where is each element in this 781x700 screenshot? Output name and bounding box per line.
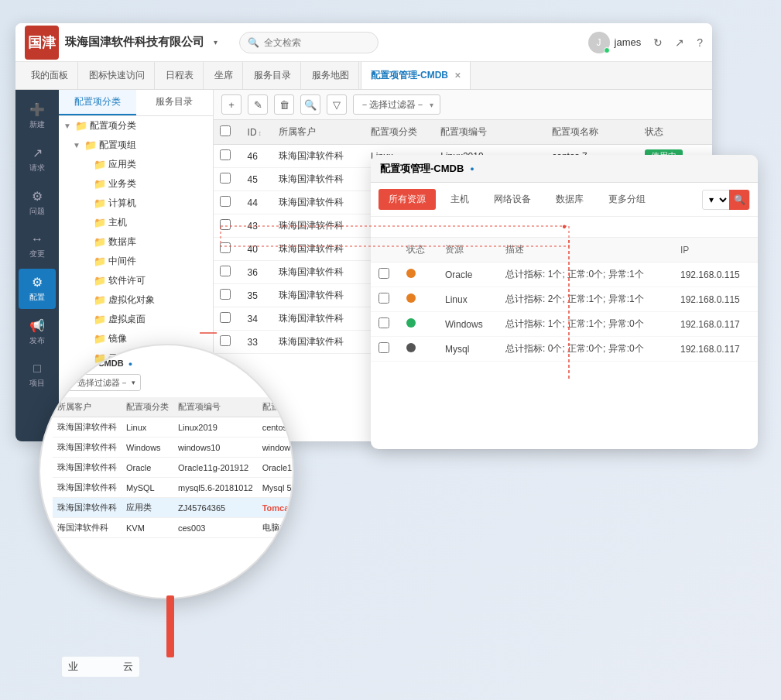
row-checkbox[interactable] xyxy=(220,242,231,253)
folder-icon: 📁 xyxy=(94,236,106,248)
folder-icon: 📁 xyxy=(94,178,106,190)
magnify-toolbar: ▽ －选择过滤器－ ▾ xyxy=(53,374,280,391)
nav-new[interactable]: ➕ 新建 xyxy=(19,96,56,136)
tab-all-resources[interactable]: 所有资源 xyxy=(379,189,436,210)
user-info: J james xyxy=(588,32,642,53)
tablet-red-dot: • xyxy=(562,220,567,234)
tablet-tabs: 所有资源 主机 网络设备 数据库 更多分组 ▾ 🔍 xyxy=(371,183,758,217)
add-button[interactable]: + xyxy=(221,94,241,115)
tree-node-root[interactable]: ▼ 📁 配置项分类 xyxy=(59,116,213,136)
delete-button[interactable]: 🗑 xyxy=(274,94,294,115)
filter-selector[interactable]: －选择过滤器－ ▾ xyxy=(353,94,440,115)
company-name: 珠海国津软件科技有限公司 xyxy=(65,35,204,50)
status-indicator xyxy=(406,293,416,303)
magnify-row: 珠海国津软件科 Oracle Oracle11g-201912 Oracle11… xyxy=(53,458,293,478)
tab-service-map[interactable]: 服务地图 xyxy=(303,62,359,89)
tree-node-biz[interactable]: 📁 业务类 xyxy=(59,174,213,194)
folder-icon: 📁 xyxy=(94,294,106,306)
tree-node-vdesk[interactable]: 📁 虚拟桌面 xyxy=(59,310,213,329)
mag-filter-icon: ▽ xyxy=(53,378,59,388)
search-btn-icon: 🔍 xyxy=(734,194,745,205)
tab-cmdb[interactable]: 配置项管理-CMDB ✕ xyxy=(361,62,471,89)
help-icon[interactable]: ? xyxy=(697,36,703,49)
row-checkbox[interactable] xyxy=(379,293,389,304)
tree-node-license[interactable]: 📁 软件许可 xyxy=(59,271,213,290)
tab-schedule[interactable]: 日程表 xyxy=(156,62,204,89)
magnify-row: 海国津软件科 KVM ces003 电脑主机 xyxy=(53,518,293,538)
tablet-search-button[interactable]: 🔍 xyxy=(729,190,749,210)
folder-icon: 📁 xyxy=(94,197,106,209)
nav-request[interactable]: ↗ 请求 xyxy=(19,139,56,180)
tree-node-pc[interactable]: 📁 计算机 xyxy=(59,194,213,213)
tree-node-virt[interactable]: 📁 虚拟化对象 xyxy=(59,290,213,310)
filter-arrow-icon: ▾ xyxy=(132,379,135,386)
search-input[interactable] xyxy=(264,37,370,48)
row-checkbox[interactable] xyxy=(220,312,231,323)
status-indicator xyxy=(406,318,416,328)
nav-problem[interactable]: ⚙ 问题 xyxy=(19,183,56,223)
col-status: 状态 xyxy=(639,120,712,145)
tab-close-icon[interactable]: ✕ xyxy=(454,71,461,80)
company-dropdown-arrow[interactable]: ▾ xyxy=(214,38,218,46)
status-indicator xyxy=(406,269,416,278)
tree-node-host[interactable]: 📁 主机 xyxy=(59,213,213,232)
folder-icon: 📁 xyxy=(94,217,106,228)
row-checkbox[interactable] xyxy=(220,196,231,207)
tab-network[interactable]: 网络设备 xyxy=(484,189,541,210)
row-checkbox[interactable] xyxy=(220,266,231,276)
bottom-text: 业 云 xyxy=(62,657,139,677)
expand-icon: ▼ xyxy=(63,122,73,130)
row-checkbox[interactable] xyxy=(220,173,231,184)
search-icon: 🔍 xyxy=(248,37,259,48)
row-checkbox[interactable] xyxy=(379,317,389,328)
search-scope-select[interactable]: ▾ xyxy=(703,194,729,206)
tree-node-db[interactable]: 📁 数据库 xyxy=(59,232,213,252)
tab-host[interactable]: 主机 xyxy=(440,189,479,210)
tab-service-catalog[interactable]: 服务目录 xyxy=(245,62,301,89)
toolbar: + ✎ 🗑 🔍 ▽ －选择过滤器－ ▾ xyxy=(214,90,712,120)
folder-icon: 📁 xyxy=(75,120,87,132)
tree-node-app[interactable]: 📁 应用类 xyxy=(59,155,213,174)
magnify-filter[interactable]: －选择过滤器－ ▾ xyxy=(63,374,141,391)
tablet-header: 配置项管理-CMDB ● xyxy=(371,155,758,183)
tree-node-middleware[interactable]: 📁 中间件 xyxy=(59,252,213,271)
search-button[interactable]: 🔍 xyxy=(300,94,320,115)
col-checkbox xyxy=(214,120,241,145)
tab-database[interactable]: 数据库 xyxy=(546,189,594,210)
row-checkbox[interactable] xyxy=(220,149,231,160)
config-icon: ⚙ xyxy=(32,275,43,290)
row-checkbox[interactable] xyxy=(220,335,231,346)
tree-tabs: 配置项分类 服务目录 xyxy=(59,90,213,116)
row-checkbox[interactable] xyxy=(220,289,231,300)
row-checkbox[interactable] xyxy=(379,268,389,279)
tablet-indicator: • xyxy=(371,217,758,238)
refresh-icon[interactable]: ↻ xyxy=(653,36,663,49)
filter-button[interactable]: ▽ xyxy=(327,94,347,115)
select-all-checkbox[interactable] xyxy=(220,125,231,136)
publish-icon: 📢 xyxy=(29,318,45,333)
nav-change[interactable]: ↔ 变更 xyxy=(19,226,56,266)
tree-tab-category[interactable]: 配置项分类 xyxy=(59,90,136,115)
tree-tab-service[interactable]: 服务目录 xyxy=(136,90,214,115)
magnify-row: 珠海国津软件科 Linux Linux2019 centos 7 xyxy=(53,417,293,438)
tablet-search[interactable]: ▾ 🔍 xyxy=(702,190,750,210)
tablet-table-area: 状态 资源 描述 IP Oracle 总计指标: 1个; 正常:0个; 异常:1… xyxy=(371,238,758,447)
request-icon: ↗ xyxy=(33,146,43,160)
row-checkbox[interactable] xyxy=(220,219,231,230)
avatar: J xyxy=(588,32,610,53)
row-checkbox[interactable] xyxy=(379,342,389,353)
tree-node-group[interactable]: ▼ 📁 配置项组 xyxy=(59,136,213,155)
col-name: 配置项名称 xyxy=(546,120,638,145)
tab-quick-access[interactable]: 图标快速访问 xyxy=(80,62,155,89)
edit-button[interactable]: ✎ xyxy=(248,94,268,115)
top-right-area: J james ↻ ↗ ? xyxy=(588,32,703,53)
tab-seat[interactable]: 坐席 xyxy=(205,62,243,89)
export-icon[interactable]: ↗ xyxy=(675,36,684,49)
search-box[interactable]: 🔍 xyxy=(239,32,379,53)
tab-more-groups[interactable]: 更多分组 xyxy=(598,189,656,210)
col-id: ID↕ xyxy=(241,120,273,145)
status-indicator xyxy=(406,343,416,352)
magnify-row: 珠海国津软件科 MySQL mysql5.6-20181012 Mysql 5.… xyxy=(53,478,293,498)
nav-config[interactable]: ⚙ 配置 xyxy=(19,269,56,309)
tab-my-panel[interactable]: 我的面板 xyxy=(22,62,78,89)
